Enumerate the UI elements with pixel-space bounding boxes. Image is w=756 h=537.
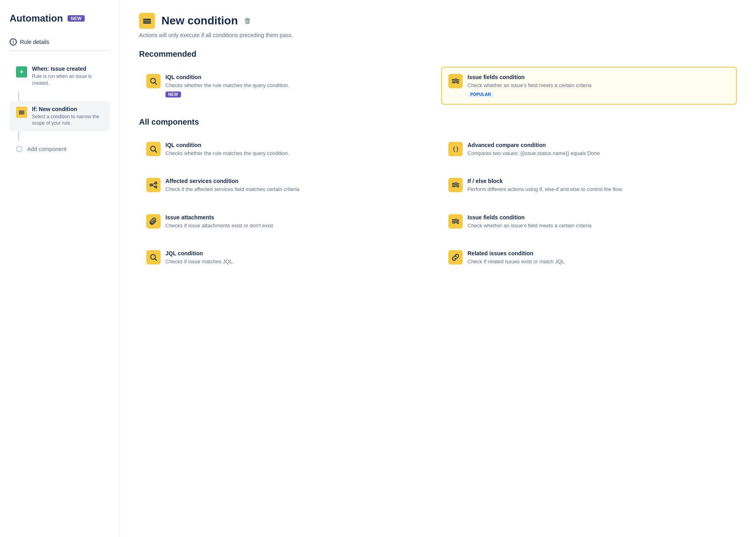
workflow-connector-1 [18, 91, 19, 101]
card-jql-condition[interactable]: JQL condition Checks if issue matches JQ… [139, 243, 435, 272]
page-title: New condition [161, 14, 238, 27]
iql-title: IQL condition [165, 142, 289, 148]
svg-rect-0 [19, 111, 24, 111]
iql-desc: Checks whether the rule matches the quer… [165, 150, 289, 157]
add-component[interactable]: Add component [10, 141, 110, 157]
svg-line-9 [155, 151, 157, 153]
svg-text:{}: {} [452, 146, 459, 152]
app-new-badge: NEW [68, 15, 85, 22]
advanced-compare-content: Advanced compare condition Compares two … [468, 142, 600, 157]
trigger-icon: + [16, 66, 27, 78]
if-else-title: If / else block [468, 178, 623, 184]
issue-fields-rec-desc: Check whether an issue's field meets a c… [468, 82, 591, 89]
if-else-icon [448, 178, 463, 192]
jql-content: JQL condition Checks if issue matches JQ… [165, 250, 234, 265]
card-if-else-block[interactable]: If / else block Perform different action… [441, 171, 737, 200]
svg-point-11 [150, 184, 152, 186]
trigger-title: When: Issue created [32, 66, 103, 72]
affected-services-desc: Check if the affected services field mat… [165, 186, 299, 193]
issue-fields-rec-content: Issue fields condition Check whether an … [468, 74, 591, 97]
if-else-content: If / else block Perform different action… [468, 178, 623, 193]
issue-fields-content: Issue fields condition Check whether an … [468, 214, 591, 229]
svg-line-17 [155, 259, 157, 261]
jql-icon [146, 250, 161, 265]
card-issue-fields-rec[interactable]: Issue fields condition Check whether an … [441, 67, 737, 105]
related-issues-icon [448, 250, 463, 265]
rule-details-label: Rule details [20, 39, 49, 45]
add-component-label: Add component [27, 146, 66, 152]
issue-fields-icon [448, 214, 463, 229]
iql-icon [146, 142, 161, 156]
card-issue-fields[interactable]: Issue fields condition Check whether an … [441, 207, 737, 237]
svg-point-12 [155, 182, 157, 184]
svg-rect-3 [143, 19, 151, 20]
page-header-icon [139, 13, 155, 29]
issue-attachments-icon [146, 214, 161, 229]
page-subtitle: Actions will only execute if all conditi… [139, 32, 737, 38]
trigger-description: Rule is run when an issue is created. [32, 73, 103, 87]
condition-description: Select a condition to narrow the scope o… [32, 113, 103, 127]
related-issues-content: Related issues condition Check if relate… [468, 250, 566, 265]
iql-rec-title: IQL condition [165, 74, 289, 80]
svg-rect-4 [143, 21, 151, 22]
workflow-condition[interactable]: If: New condition Select a condition to … [10, 101, 110, 132]
main-content: New condition 🗑 Actions will only execut… [120, 0, 756, 537]
related-issues-title: Related issues condition [468, 250, 566, 257]
advanced-compare-title: Advanced compare condition [468, 142, 600, 148]
svg-rect-5 [143, 22, 151, 24]
related-issues-desc: Check if related issues exist or match J… [468, 258, 566, 265]
affected-services-title: Affected services condition [165, 178, 299, 184]
card-iql-condition[interactable]: IQL condition Checks whether the rule ma… [139, 135, 435, 164]
rule-details-item[interactable]: i Rule details [10, 34, 110, 51]
card-iql-condition-rec[interactable]: IQL condition Checks whether the rule ma… [139, 67, 435, 105]
iql-content: IQL condition Checks whether the rule ma… [165, 142, 289, 157]
recommended-section: Recommended IQL condition Checks whether… [139, 50, 737, 105]
issue-fields-rec-icon [448, 74, 463, 88]
all-components-grid: IQL condition Checks whether the rule ma… [139, 135, 737, 272]
card-affected-services[interactable]: Affected services condition Check if the… [139, 171, 435, 200]
all-components-section: All components IQL condition Checks whet… [139, 117, 737, 272]
recommended-grid: IQL condition Checks whether the rule ma… [139, 67, 737, 105]
condition-title: If: New condition [32, 106, 103, 112]
app-title: Automation [10, 13, 63, 24]
issue-fields-title: Issue fields condition [468, 214, 591, 221]
issue-attachments-title: Issue attachments [165, 214, 273, 221]
trash-icon[interactable]: 🗑 [244, 17, 251, 25]
affected-services-icon [146, 178, 161, 192]
card-issue-attachments[interactable]: Issue attachments Checks if issue attach… [139, 207, 435, 237]
condition-icon [16, 107, 27, 118]
svg-line-7 [155, 83, 157, 85]
workflow-trigger[interactable]: + When: Issue created Rule is run when a… [10, 61, 110, 91]
iql-rec-desc: Checks whether the rule matches the quer… [165, 82, 289, 89]
page-header: New condition 🗑 [139, 13, 737, 29]
sidebar: Automation NEW i Rule details + When: Is… [0, 0, 120, 537]
all-components-title: All components [139, 117, 737, 127]
svg-rect-1 [19, 112, 24, 113]
svg-point-13 [155, 186, 157, 188]
info-icon: i [10, 38, 17, 46]
iql-rec-icon [146, 74, 161, 88]
advanced-compare-icon: {} [448, 142, 463, 156]
if-else-desc: Perform different actions using if, else… [468, 186, 623, 193]
svg-line-15 [152, 185, 155, 187]
card-advanced-compare[interactable]: {} Advanced compare condition Compares t… [441, 135, 737, 164]
svg-line-14 [152, 183, 155, 185]
workflow-items: + When: Issue created Rule is run when a… [10, 61, 110, 157]
issue-attachments-content: Issue attachments Checks if issue attach… [165, 214, 273, 229]
iql-rec-badge: NEW [165, 91, 181, 97]
add-dot-icon [16, 146, 22, 152]
sidebar-header: Automation NEW [10, 13, 110, 24]
jql-title: JQL condition [165, 250, 234, 257]
issue-fields-rec-badge: POPULAR [468, 91, 494, 97]
condition-content: If: New condition Select a condition to … [32, 106, 103, 127]
issue-fields-desc: Check whether an issue's field meets a c… [468, 222, 591, 229]
advanced-compare-desc: Compares two values: {{issue.status.name… [468, 150, 600, 157]
recommended-title: Recommended [139, 50, 737, 59]
svg-rect-2 [19, 113, 24, 114]
card-related-issues[interactable]: Related issues condition Check if relate… [441, 243, 737, 272]
iql-rec-content: IQL condition Checks whether the rule ma… [165, 74, 289, 97]
workflow-connector-2 [18, 131, 19, 141]
jql-desc: Checks if issue matches JQL. [165, 258, 234, 265]
issue-fields-rec-title: Issue fields condition [468, 74, 591, 80]
issue-attachments-desc: Checks if issue attachments exist or don… [165, 222, 273, 229]
